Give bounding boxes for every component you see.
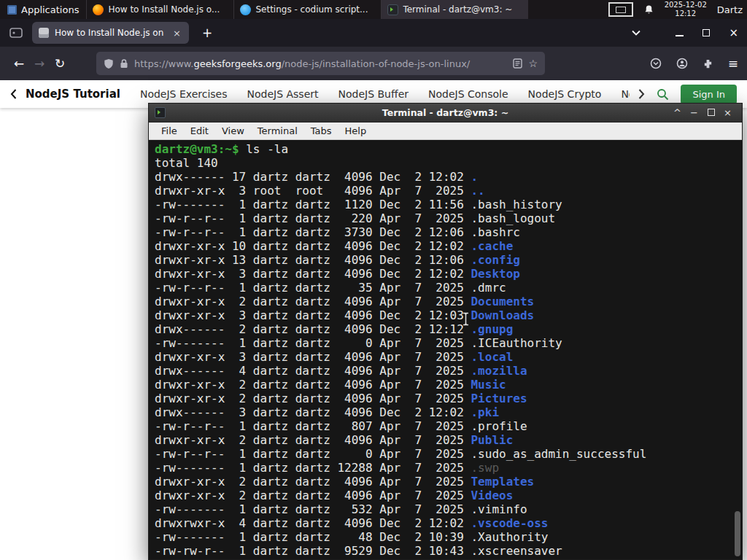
terminal-minimize-button[interactable]: −	[686, 104, 703, 122]
firefox-view-icon[interactable]	[7, 24, 25, 42]
terminal-menu-item[interactable]: Edit	[184, 122, 215, 139]
url-bar[interactable]: https://www.geeksforgeeks.org/node-js/in…	[96, 52, 545, 75]
taskbar-button[interactable]: Settings - codium script...	[233, 0, 381, 19]
browser-tabstrip: How to Install Node.js on × + ×	[0, 19, 747, 47]
window-controls: ×	[676, 26, 738, 39]
lock-icon[interactable]	[120, 58, 128, 69]
file-meta: -rw-r--r-- 1 dartz dartz 3730 Dec 2 12:0…	[155, 225, 471, 239]
terminal-menu-item[interactable]: Help	[338, 122, 374, 139]
taskbar-button[interactable]: Terminal - dartz@vm3: ~	[381, 0, 528, 19]
shield-icon[interactable]	[104, 58, 114, 69]
window-close-button[interactable]: ×	[729, 26, 738, 39]
terminal-line: drwxr-xr-x 3 dartz dartz 4096 Apr 7 2025…	[155, 350, 742, 364]
file-name: .cache	[471, 239, 513, 253]
tray-display-icon[interactable]	[608, 2, 633, 17]
terminal-menu-item[interactable]: Tabs	[304, 122, 338, 139]
file-name: .xscreensaver	[471, 544, 562, 558]
account-icon[interactable]	[676, 58, 688, 69]
panel-clock[interactable]: 2025-12-02 12:12	[665, 1, 707, 18]
terminal-line: -rw-r--r-- 1 dartz dartz 220 Apr 7 2025 …	[155, 211, 742, 225]
terminal-icon	[387, 4, 398, 15]
tab-title: How to Install Node.js on	[55, 28, 166, 38]
pocket-icon[interactable]	[650, 58, 662, 69]
list-all-tabs-chevron-down-icon[interactable]	[632, 30, 640, 36]
gfg-nav-item[interactable]: NodeJS Crypto	[528, 88, 602, 100]
file-meta: drwxr-xr-x 2 dartz dartz 4096 Apr 7 2025	[155, 489, 471, 502]
file-meta: drwxr-xr-x 3 root root 4096 Apr 7 2025	[155, 184, 471, 198]
notification-bell-icon[interactable]	[643, 4, 654, 15]
terminal-output[interactable]: dartz@vm3:~$ ls -latotal 140drwx------ 1…	[149, 140, 742, 559]
file-meta: -rw------- 1 dartz dartz 1120 Dec 2 11:5…	[155, 198, 471, 211]
file-meta: -rw------- 1 dartz dartz 0 Apr 7 2025	[155, 336, 471, 350]
terminal-window: Terminal - dartz@vm3: ~ ^ − × FileEditVi…	[148, 103, 743, 560]
browser-tab[interactable]: How to Install Node.js on ×	[32, 22, 189, 44]
tabstrip-controls: ×	[632, 26, 747, 39]
file-meta: drwx------ 2 dartz dartz 4096 Dec 2 12:1…	[155, 322, 471, 336]
file-name: Music	[471, 378, 506, 392]
file-meta: -rw-r--r-- 1 dartz dartz 807 Apr 7 2025	[155, 419, 471, 433]
terminal-menu-item[interactable]: File	[155, 122, 184, 139]
firefox-icon	[93, 4, 104, 15]
browser-navbar: ← → ↻ https://www.geeksforgeeks.org/node…	[0, 47, 747, 80]
terminal-line: -rw-rw-r-- 1 dartz dartz 9529 Dec 2 10:4…	[155, 544, 742, 558]
gfg-nav-item[interactable]: NodeJS Tutorial	[26, 88, 120, 101]
reader-mode-icon[interactable]	[513, 58, 522, 69]
forward-button[interactable]: →	[29, 53, 50, 74]
file-name: .mozilla	[471, 364, 527, 378]
back-button[interactable]: ←	[9, 53, 29, 74]
file-meta: drwx------ 17 dartz dartz 4096 Dec 2 12:…	[155, 170, 471, 184]
file-name: Public	[471, 433, 513, 447]
applications-menu[interactable]: Applications	[0, 0, 86, 19]
file-name: .bash_history	[471, 198, 562, 211]
terminal-menu-item[interactable]: View	[215, 122, 251, 139]
gfg-nav-item[interactable]: NodeJS Buffer	[338, 88, 409, 100]
window-maximize-button[interactable]	[703, 28, 710, 39]
gfg-nav-item[interactable]: NodeJS Exercises	[140, 88, 228, 100]
codium-icon	[240, 4, 251, 15]
shell-command: ls -la	[246, 142, 288, 156]
bookmark-star-icon[interactable]: ☆	[528, 58, 538, 69]
terminal-line: drwxr-xr-x 2 dartz dartz 4096 Apr 7 2025…	[155, 489, 742, 502]
terminal-shade-button[interactable]: ^	[669, 104, 686, 122]
tab-close-icon[interactable]: ×	[171, 28, 182, 39]
shell-prompt: dartz@vm3:~$	[155, 142, 246, 156]
hamburger-menu-icon[interactable]: ≡	[728, 56, 738, 71]
terminal-line: -rw------- 1 dartz dartz 1120 Dec 2 11:5…	[155, 198, 742, 211]
terminal-line: drwxr-xr-x 2 dartz dartz 4096 Apr 7 2025…	[155, 433, 742, 447]
file-name: .profile	[471, 419, 527, 433]
file-name: .local	[471, 350, 513, 364]
terminal-line: -rw-r--r-- 1 dartz dartz 0 Apr 7 2025 .s…	[155, 447, 742, 461]
extensions-puzzle-icon[interactable]	[703, 58, 713, 69]
tab-favicon	[39, 28, 49, 38]
file-meta: drwxr-xr-x 3 dartz dartz 4096 Dec 2 12:0…	[155, 308, 471, 322]
sign-in-button[interactable]: Sign In	[681, 85, 737, 104]
gfg-nav-item[interactable]: NodeJS Console	[428, 88, 508, 100]
file-meta: drwxrwxr-x 4 dartz dartz 4096 Dec 2 12:0…	[155, 516, 471, 530]
file-meta: -rw-r--r-- 1 dartz dartz 220 Apr 7 2025	[155, 211, 471, 225]
window-minimize-button[interactable]	[676, 28, 684, 39]
terminal-close-button[interactable]: ×	[719, 104, 736, 122]
terminal-menu-item[interactable]: Terminal	[251, 122, 304, 139]
file-name: Pictures	[471, 392, 527, 405]
clock-date: 2025-12-02	[665, 1, 707, 9]
terminal-scrollbar-thumb[interactable]	[735, 511, 740, 556]
file-name: .pki	[471, 405, 499, 419]
gfg-nav-item[interactable]: NodeJS DNS	[621, 88, 630, 100]
terminal-titlebar[interactable]: Terminal - dartz@vm3: ~ ^ − ×	[149, 104, 742, 122]
gfg-search-icon[interactable]	[657, 88, 669, 101]
file-meta: -rw-rw-r-- 1 dartz dartz 9529 Dec 2 10:4…	[155, 544, 471, 558]
terminal-line: drwx------ 17 dartz dartz 4096 Dec 2 12:…	[155, 170, 742, 184]
new-tab-button[interactable]: +	[198, 26, 217, 40]
applications-icon	[7, 5, 17, 15]
gfg-nav-item[interactable]: NodeJS Assert	[247, 88, 318, 100]
gfg-nav-right: Sign In	[638, 85, 737, 104]
taskbar-button-label: How to Install Node.js o...	[108, 4, 220, 15]
gfg-chevron-left-icon[interactable]	[10, 89, 17, 99]
taskbar-button[interactable]: How to Install Node.js o...	[86, 0, 233, 19]
terminal-maximize-button[interactable]	[703, 104, 719, 122]
gfg-chevron-right-icon[interactable]	[638, 89, 645, 99]
user-menu[interactable]: Dartz	[717, 4, 743, 15]
file-meta: drwxr-xr-x 2 dartz dartz 4096 Apr 7 2025	[155, 295, 471, 308]
file-name: .bash_logout	[471, 211, 555, 225]
reload-button[interactable]: ↻	[50, 53, 70, 74]
